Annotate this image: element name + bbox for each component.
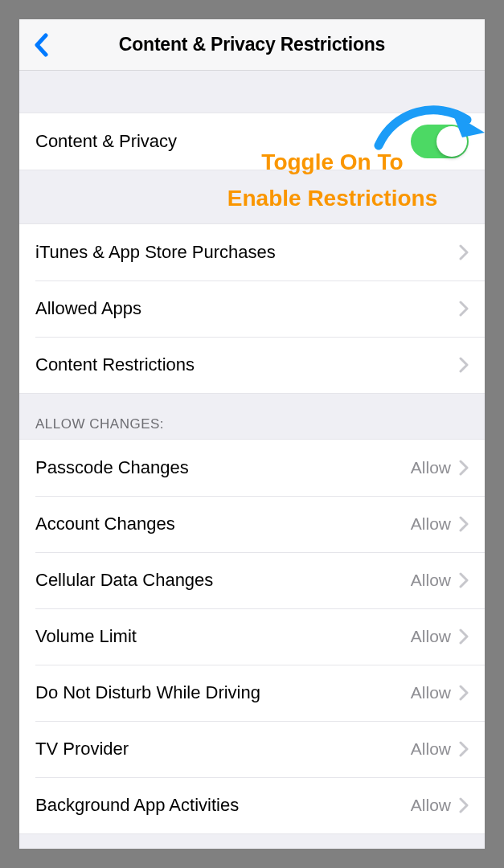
spacer: [19, 71, 485, 113]
chevron-right-icon: [459, 301, 469, 317]
toggle-knob: [436, 126, 467, 157]
toggle-group: Content & Privacy: [19, 113, 485, 170]
row-detail: Allow: [411, 683, 451, 702]
row-label: Cellular Data Changes: [35, 570, 411, 591]
settings-screen: Content & Privacy Restrictions Content &…: [19, 19, 485, 849]
row-label: iTunes & App Store Purchases: [35, 242, 459, 263]
page-title: Content & Privacy Restrictions: [19, 34, 485, 55]
passcode-changes-row[interactable]: Passcode Changes Allow: [19, 440, 485, 496]
dnd-driving-row[interactable]: Do Not Disturb While Driving Allow: [19, 665, 485, 721]
row-label: Background App Activities: [35, 795, 411, 816]
navbar: Content & Privacy Restrictions: [19, 19, 485, 71]
tv-provider-row[interactable]: TV Provider Allow: [19, 721, 485, 777]
chevron-right-icon: [459, 460, 469, 476]
chevron-right-icon: [459, 244, 469, 260]
row-detail: Allow: [411, 739, 451, 759]
chevron-right-icon: [459, 357, 469, 373]
content-privacy-row[interactable]: Content & Privacy: [19, 113, 485, 170]
chevron-right-icon: [459, 797, 469, 813]
chevron-right-icon: [459, 572, 469, 588]
row-detail: Allow: [411, 627, 451, 646]
row-label: Volume Limit: [35, 626, 411, 647]
account-changes-row[interactable]: Account Changes Allow: [19, 496, 485, 552]
row-label: Content Restrictions: [35, 354, 459, 375]
content-restrictions-row[interactable]: Content Restrictions: [19, 337, 485, 393]
allow-changes-header: ALLOW CHANGES:: [19, 394, 485, 439]
row-detail: Allow: [411, 458, 451, 477]
row-detail: Allow: [411, 796, 451, 815]
row-label: Passcode Changes: [35, 457, 411, 478]
allowed-apps-row[interactable]: Allowed Apps: [19, 280, 485, 337]
row-detail: Allow: [411, 571, 451, 590]
row-label: Account Changes: [35, 514, 411, 534]
background-app-row[interactable]: Background App Activities Allow: [19, 777, 485, 833]
chevron-right-icon: [459, 628, 469, 645]
back-button[interactable]: [27, 28, 56, 62]
content-privacy-toggle[interactable]: [411, 125, 469, 158]
content-privacy-label: Content & Privacy: [35, 131, 411, 152]
volume-limit-row[interactable]: Volume Limit Allow: [19, 608, 485, 665]
row-label: Allowed Apps: [35, 298, 459, 319]
cellular-data-changes-row[interactable]: Cellular Data Changes Allow: [19, 552, 485, 608]
back-chevron-icon: [34, 33, 50, 57]
row-detail: Allow: [411, 514, 451, 534]
chevron-right-icon: [459, 741, 469, 757]
chevron-right-icon: [459, 685, 469, 701]
allow-changes-group: Passcode Changes Allow Account Changes A…: [19, 439, 485, 834]
spacer: [19, 170, 485, 223]
row-label: TV Provider: [35, 739, 411, 760]
itunes-purchases-row[interactable]: iTunes & App Store Purchases: [19, 224, 485, 280]
chevron-right-icon: [459, 516, 469, 532]
restrictions-group: iTunes & App Store Purchases Allowed App…: [19, 223, 485, 394]
row-label: Do Not Disturb While Driving: [35, 682, 411, 703]
